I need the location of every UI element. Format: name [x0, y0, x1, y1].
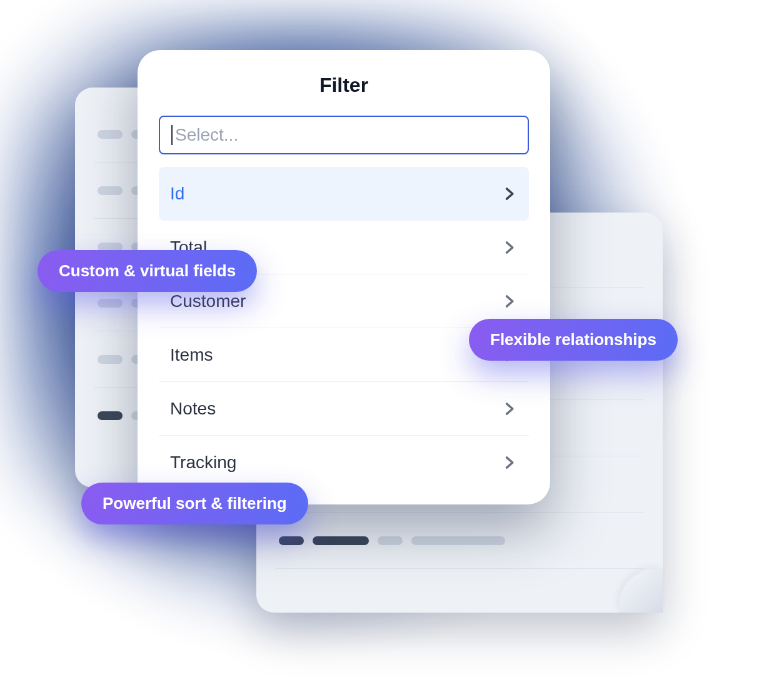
filter-option-notes[interactable]: Notes	[159, 382, 529, 436]
option-label: Notes	[170, 399, 216, 419]
page-curl	[619, 569, 663, 613]
option-label: Id	[170, 184, 184, 204]
callout-relationships: Flexible relationships	[469, 319, 678, 361]
filter-select-placeholder: Select...	[175, 125, 238, 145]
filter-title: Filter	[159, 74, 529, 97]
chevron-right-icon	[500, 185, 518, 203]
callout-custom-fields: Custom & virtual fields	[38, 250, 257, 292]
option-label: Tracking	[170, 453, 236, 473]
chevron-right-icon	[500, 454, 518, 471]
chevron-right-icon	[500, 293, 518, 310]
chevron-right-icon	[500, 400, 518, 418]
callout-sort-filtering: Powerful sort & filtering	[81, 483, 308, 524]
option-label: Items	[170, 345, 213, 365]
option-label: Customer	[170, 291, 246, 311]
filter-option-tracking[interactable]: Tracking	[159, 436, 529, 489]
chevron-right-icon	[500, 239, 518, 256]
filter-select-input[interactable]: Select...	[159, 116, 529, 154]
filter-option-id[interactable]: Id	[159, 167, 529, 221]
text-caret	[171, 125, 173, 145]
